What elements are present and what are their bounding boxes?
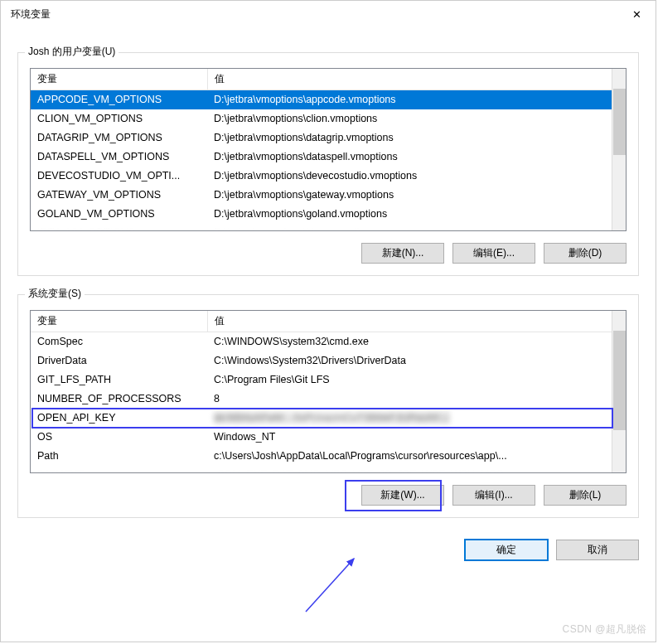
table-row[interactable]: DATAGRIP_VM_OPTIONS D:\jetbra\vmoptions\… — [31, 128, 626, 148]
user-vars-label: Josh 的用户变量(U) — [25, 45, 119, 59]
table-header-row: 变量 值 — [31, 69, 626, 90]
var-value-cell: D:\jetbra\vmoptions\devecostudio.vmoptio… — [207, 167, 626, 186]
var-value-cell: Windows_NT — [207, 428, 626, 447]
table-header-row: 变量 值 — [31, 311, 626, 332]
var-name-cell: OPEN_API_KEY — [31, 409, 207, 428]
var-name-cell: GIT_LFS_PATH — [31, 370, 207, 390]
edit-user-var-button[interactable]: 编辑(E)... — [452, 243, 535, 264]
dialog-body: Josh 的用户变量(U) 变量 值 APPCODE_VM_OPTIONS D:… — [1, 27, 656, 570]
var-value-cell: D:\jetbra\vmoptions\datagrip.vmoptions — [207, 128, 626, 148]
user-vars-button-row: 新建(N)... 编辑(E)... 删除(D) — [30, 243, 627, 264]
var-name-cell: GOLAND_VM_OPTIONS — [31, 205, 207, 224]
user-vars-table-wrap: 变量 值 APPCODE_VM_OPTIONS D:\jetbra\vmopti… — [30, 68, 627, 231]
sys-vars-table[interactable]: 变量 值 ComSpec C:\WINDOWS\system32\cmd.exe… — [31, 311, 626, 473]
var-value-cell: .COM;.EXE;.BAT;.CMD;.VBS;.VBE;.JS;.JSE;.… — [207, 466, 626, 474]
var-value-cell: D:\jetbra\vmoptions\dataspell.vmoptions — [207, 148, 626, 167]
new-sys-var-button[interactable]: 新建(W)... — [361, 485, 444, 506]
column-header-variable[interactable]: 变量 — [31, 311, 207, 332]
table-row[interactable]: GIT_LFS_PATH C:\Program Files\Git LFS — [31, 370, 626, 390]
var-value-cell: D:\jetbra\vmoptions\gateway.vmoptions — [207, 186, 626, 205]
var-value-cell: C:\Program Files\Git LFS — [207, 370, 626, 390]
ok-button[interactable]: 确定 — [465, 540, 548, 560]
table-row[interactable]: PATHEXT .COM;.EXE;.BAT;.CMD;.VBS;.VBE;.J… — [31, 466, 626, 474]
var-value-cell: c:\Users\Josh\AppData\Local\Programs\cur… — [207, 447, 626, 466]
var-name-cell: PATHEXT — [31, 466, 207, 474]
column-header-value[interactable]: 值 — [207, 69, 626, 90]
table-row[interactable]: Path c:\Users\Josh\AppData\Local\Program… — [31, 447, 626, 466]
var-name-cell: GATEWAY_VM_OPTIONS — [31, 186, 207, 205]
table-row[interactable]: DEVECOSTUDIO_VM_OPTI... D:\jetbra\vmopti… — [31, 167, 626, 186]
var-name-cell: DEVECOSTUDIO_VM_OPTI... — [31, 167, 207, 186]
var-value-cell: C:\Windows\System32\Drivers\DriverData — [207, 351, 626, 370]
table-row[interactable]: OPEN_API_KEY sk-N5HuAFwM…0sPUvazmCuT3Blb… — [31, 409, 626, 428]
delete-user-var-button[interactable]: 删除(D) — [544, 243, 627, 264]
var-name-cell: NUMBER_OF_PROCESSORS — [31, 390, 207, 409]
edit-sys-var-button[interactable]: 编辑(I)... — [452, 485, 535, 506]
var-value-cell: 8 — [207, 390, 626, 409]
user-vars-group: Josh 的用户变量(U) 变量 值 APPCODE_VM_OPTIONS D:… — [17, 52, 639, 276]
var-value-cell: D:\jetbra\vmoptions\idea.vmoptions — [207, 224, 626, 232]
var-name-cell: ComSpec — [31, 332, 207, 351]
table-row[interactable]: ComSpec C:\WINDOWS\system32\cmd.exe — [31, 332, 626, 351]
var-value-cell: D:\jetbra\vmoptions\appcode.vmoptions — [207, 90, 626, 109]
var-name-cell: CLION_VM_OPTIONS — [31, 109, 207, 128]
titlebar[interactable]: 环境变量 ✕ — [1, 1, 656, 27]
cancel-button[interactable]: 取消 — [556, 540, 639, 560]
var-name-cell: OS — [31, 428, 207, 447]
var-name-cell: Path — [31, 447, 207, 466]
var-value-cell: sk-N5HuAFwM…0sPUvazmCuT3BlbkFJUPocAY… — [207, 409, 626, 428]
table-row[interactable]: IDEA_VM_OPTIONS D:\jetbra\vmoptions\idea… — [31, 224, 626, 232]
var-name-cell: APPCODE_VM_OPTIONS — [31, 90, 207, 109]
scroll-thumb[interactable] — [613, 89, 626, 155]
table-row[interactable]: GOLAND_VM_OPTIONS D:\jetbra\vmoptions\go… — [31, 205, 626, 224]
user-vars-table[interactable]: 变量 值 APPCODE_VM_OPTIONS D:\jetbra\vmopti… — [31, 69, 626, 231]
table-row[interactable]: CLION_VM_OPTIONS D:\jetbra\vmoptions\cli… — [31, 109, 626, 128]
table-row[interactable]: OS Windows_NT — [31, 428, 626, 447]
table-row[interactable]: GATEWAY_VM_OPTIONS D:\jetbra\vmoptions\g… — [31, 186, 626, 205]
sys-vars-button-row: 新建(W)... 编辑(I)... 删除(L) — [30, 485, 627, 506]
table-row[interactable]: DATASPELL_VM_OPTIONS D:\jetbra\vmoptions… — [31, 148, 626, 167]
scrollbar[interactable] — [612, 311, 626, 472]
table-row[interactable]: NUMBER_OF_PROCESSORS 8 — [31, 390, 626, 409]
var-value-cell: D:\jetbra\vmoptions\clion.vmoptions — [207, 109, 626, 128]
var-name-cell: DATASPELL_VM_OPTIONS — [31, 148, 207, 167]
column-header-value[interactable]: 值 — [207, 311, 626, 332]
close-icon: ✕ — [632, 8, 641, 21]
var-value-cell: C:\WINDOWS\system32\cmd.exe — [207, 332, 626, 351]
close-button[interactable]: ✕ — [617, 1, 656, 27]
scrollbar[interactable] — [612, 69, 626, 230]
footer-button-row: 确定 取消 — [17, 540, 639, 560]
var-name-cell: IDEA_VM_OPTIONS — [31, 224, 207, 232]
env-vars-dialog: 环境变量 ✕ Josh 的用户变量(U) 变量 值 — [0, 0, 656, 642]
watermark: CSDN @超凡脱俗 — [562, 622, 647, 637]
delete-sys-var-button[interactable]: 删除(L) — [544, 485, 627, 506]
sys-vars-table-wrap: 变量 值 ComSpec C:\WINDOWS\system32\cmd.exe… — [30, 310, 627, 473]
scroll-thumb[interactable] — [613, 331, 626, 430]
table-row[interactable]: APPCODE_VM_OPTIONS D:\jetbra\vmoptions\a… — [31, 90, 626, 109]
var-value-cell: D:\jetbra\vmoptions\goland.vmoptions — [207, 205, 626, 224]
table-row[interactable]: DriverData C:\Windows\System32\Drivers\D… — [31, 351, 626, 370]
column-header-variable[interactable]: 变量 — [31, 69, 207, 90]
sys-vars-label: 系统变量(S) — [25, 287, 85, 301]
var-name-cell: DATAGRIP_VM_OPTIONS — [31, 128, 207, 148]
new-user-var-button[interactable]: 新建(N)... — [361, 243, 444, 264]
dialog-title: 环境变量 — [11, 7, 51, 22]
sys-vars-group: 系统变量(S) 变量 值 ComSpec C:\WINDOWS\system32… — [17, 294, 639, 518]
var-name-cell: DriverData — [31, 351, 207, 370]
